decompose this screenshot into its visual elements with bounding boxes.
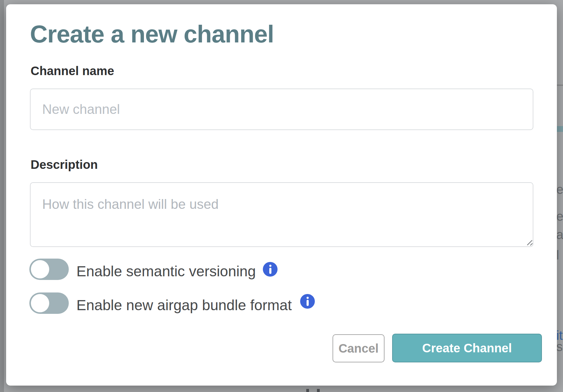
- overlay-bottom: [0, 386, 563, 392]
- background-text-fragment: s: [556, 340, 563, 353]
- background-mark: [306, 389, 309, 392]
- channel-name-label: Channel name: [31, 65, 114, 77]
- toggle-knob: [31, 260, 49, 278]
- info-icon[interactable]: [300, 294, 315, 309]
- info-icon-stem: [269, 268, 271, 274]
- semantic-versioning-label: Enable semantic versioning: [76, 264, 256, 279]
- toggle-knob: [31, 294, 49, 312]
- airgap-bundle-toggle[interactable]: [29, 292, 69, 314]
- background-divider: [557, 85, 563, 86]
- create-channel-modal: Create a new channel Channel name Descri…: [6, 4, 557, 386]
- description-label: Description: [31, 158, 98, 171]
- info-icon[interactable]: [263, 262, 278, 277]
- overlay-top: [0, 0, 563, 4]
- airgap-bundle-label: Enable new airgap bundle format: [76, 298, 292, 313]
- description-textarea[interactable]: [30, 182, 533, 247]
- cancel-button[interactable]: Cancel: [333, 334, 385, 362]
- create-channel-button[interactable]: Create Channel: [392, 334, 542, 362]
- info-icon-dot: [269, 265, 271, 267]
- background-text-fragment: e: [556, 183, 563, 196]
- semantic-versioning-toggle[interactable]: [29, 259, 69, 280]
- background-page-edge: [0, 0, 4, 392]
- background-teal-fragment: [557, 126, 563, 132]
- channel-name-input[interactable]: [30, 89, 533, 130]
- screen: e e a l it s Create a new channel Channe…: [0, 0, 563, 392]
- info-icon-dot: [307, 297, 309, 299]
- info-icon-stem: [307, 300, 309, 306]
- background-text-fragment: e: [556, 210, 563, 223]
- background-text-fragment: a: [556, 228, 563, 241]
- background-mark: [317, 389, 320, 392]
- modal-title: Create a new channel: [30, 20, 274, 48]
